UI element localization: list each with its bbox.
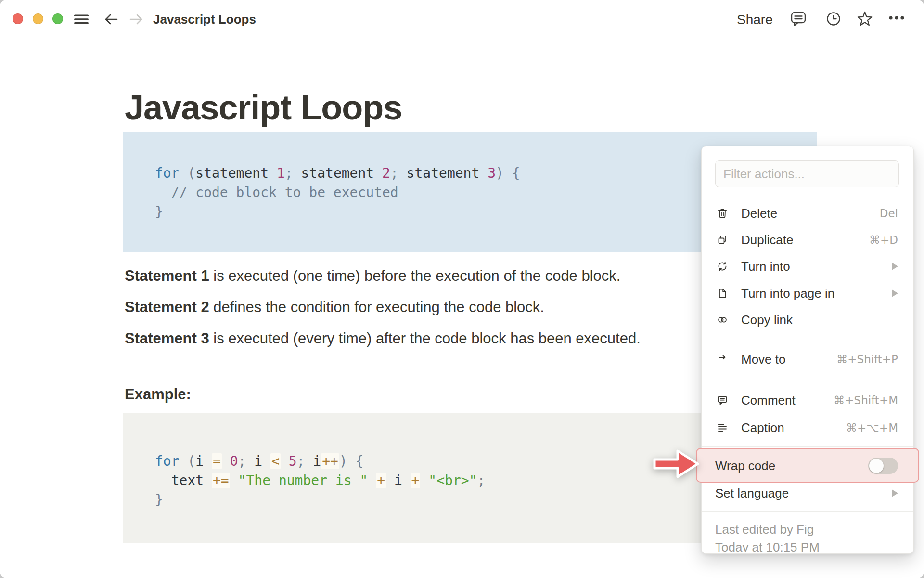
- menu-item-wrap-code[interactable]: Wrap code: [702, 455, 913, 476]
- menu-item-label: Duplicate: [741, 233, 793, 248]
- paragraph-rest: is executed (every time) after the code …: [209, 330, 641, 347]
- page-title: Javascript Loops: [125, 86, 402, 129]
- hamburger-icon[interactable]: [73, 12, 90, 27]
- submenu-arrow-icon: [892, 489, 898, 497]
- menu-item-shortcut: ⌘+D: [869, 234, 898, 246]
- menu-item-shortcut: ⌘+⌥+M: [846, 421, 898, 434]
- menu-separator: [702, 380, 913, 380]
- last-edited-by: Last edited by Fig: [715, 522, 814, 537]
- toggle-knob: [869, 459, 884, 473]
- titlebar: Javascript Loops Share: [0, 0, 924, 39]
- annotation-arrow-icon: [653, 448, 701, 480]
- example-label: Example:: [125, 386, 191, 403]
- close-button[interactable]: [13, 13, 23, 24]
- move-to-icon: [716, 353, 729, 366]
- menu-item-duplicate[interactable]: Duplicate ⌘+D: [702, 229, 913, 250]
- submenu-arrow-icon: [892, 289, 898, 297]
- window-title: Javascript Loops: [153, 11, 256, 27]
- copy-link-icon: [716, 314, 729, 326]
- paragraph-lead: Statement 1: [125, 267, 209, 284]
- forward-icon[interactable]: [128, 11, 144, 27]
- page-icon: [716, 287, 729, 300]
- menu-item-label: Caption: [741, 420, 784, 435]
- menu-item-label: Move to: [741, 352, 786, 367]
- menu-item-label: Wrap code: [715, 459, 775, 473]
- trash-icon: [716, 207, 729, 220]
- share-button[interactable]: Share: [737, 12, 773, 28]
- menu-item-label: Delete: [741, 206, 777, 221]
- menu-item-shortcut: Del: [880, 207, 898, 220]
- paragraph-rest: is executed (one time) before the execut…: [209, 267, 621, 284]
- menu-separator: [702, 511, 913, 512]
- menu-item-shortcut: ⌘+Shift+P: [836, 353, 898, 366]
- menu-item-set-language[interactable]: Set language: [702, 483, 913, 504]
- paragraph-statement-1: Statement 1 is executed (one time) befor…: [125, 267, 620, 285]
- star-icon[interactable]: [856, 10, 874, 28]
- menu-item-label: Comment: [741, 393, 796, 408]
- menu-separator: [702, 339, 913, 339]
- menu-item-label: Copy link: [741, 313, 793, 328]
- app-window: Javascript Loops Share Javascript Loops …: [0, 0, 924, 578]
- menu-item-label: Turn into page in: [741, 286, 834, 301]
- comment-bubble-icon[interactable]: [790, 10, 807, 27]
- menu-separator: [702, 446, 913, 447]
- paragraph-statement-3: Statement 3 is executed (every time) aft…: [125, 329, 641, 348]
- more-ellipsis-icon[interactable]: [888, 14, 905, 21]
- menu-item-delete[interactable]: Delete Del: [702, 203, 913, 224]
- zoom-button[interactable]: [52, 13, 63, 24]
- duplicate-icon: [716, 234, 729, 246]
- menu-item-move-to[interactable]: Move to ⌘+Shift+P: [702, 349, 913, 370]
- wrap-code-toggle[interactable]: [868, 458, 898, 474]
- last-edited-time-wrap: Today at 10:15 PM: [715, 539, 820, 552]
- menu-item-label: Set language: [715, 486, 789, 501]
- last-edited-time: Today at 10:15 PM: [715, 539, 820, 552]
- caption-icon: [716, 421, 729, 434]
- history-clock-icon[interactable]: [826, 11, 841, 26]
- menu-item-caption[interactable]: Caption ⌘+⌥+M: [702, 417, 913, 438]
- paragraph-rest: defines the condition for executing the …: [209, 299, 544, 315]
- paragraph-statement-2: Statement 2 defines the condition for ex…: [125, 298, 544, 316]
- paragraph-lead: Statement 3: [125, 330, 209, 347]
- menu-item-copy-link[interactable]: Copy link: [702, 309, 913, 330]
- filter-actions-input[interactable]: [715, 160, 899, 187]
- menu-item-turn-into-page-in[interactable]: Turn into page in: [702, 283, 913, 304]
- submenu-arrow-icon: [892, 263, 898, 270]
- back-icon[interactable]: [103, 11, 119, 27]
- context-menu: Delete Del Duplicate ⌘+D Turn into: [701, 146, 914, 554]
- minimize-button[interactable]: [33, 13, 43, 24]
- paragraph-lead: Statement 2: [125, 299, 209, 315]
- turn-into-icon: [716, 260, 729, 273]
- menu-item-shortcut: ⌘+Shift+M: [834, 394, 898, 407]
- menu-item-label: Turn into: [741, 259, 790, 274]
- menu-item-turn-into[interactable]: Turn into: [702, 256, 913, 277]
- menu-item-comment[interactable]: Comment ⌘+Shift+M: [702, 390, 913, 411]
- comment-icon: [716, 394, 729, 407]
